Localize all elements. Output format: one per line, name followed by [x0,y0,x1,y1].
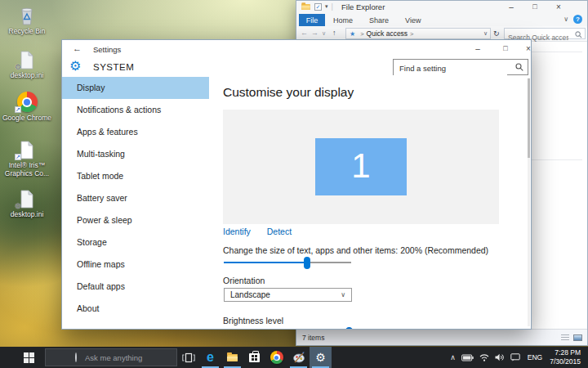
quick-access-icon: ★ [350,30,355,38]
taskbar-file-explorer-button[interactable] [221,347,243,368]
breadcrumb-root[interactable]: Quick access [367,29,408,38]
settings-main: Customise your display 1 Identify Detect… [223,40,504,330]
slider-thumb[interactable] [304,257,310,269]
minimize-button[interactable]: – [502,2,520,11]
desktop-icon-label: desktop.ini [2,210,52,218]
taskbar-store-button[interactable] [243,347,265,368]
breadcrumb-separator: > [360,30,363,38]
monitor-preview[interactable]: 1 [315,138,407,195]
desktop-icon-google-chrome[interactable]: ↗ Google Chrome [2,90,52,122]
gear-icon: ⚙ [15,202,21,210]
sidebar-item-storage[interactable]: Storage [62,231,209,254]
settings-window: ← Settings – □ × ⚙ SYSTEM Display Notifi… [61,39,532,330]
back-icon[interactable]: ← [73,43,82,53]
cortana-search[interactable] [45,348,177,366]
section-heading: Customise your display [223,85,354,100]
task-view-icon [182,352,195,363]
help-icon[interactable]: ? [573,15,582,24]
shortcut-arrow-icon: ↗ [15,154,21,160]
tab-view[interactable]: View [397,16,429,25]
maximize-button[interactable]: □ [526,2,544,11]
tray-expand-icon[interactable]: ∧ [450,353,456,361]
up-icon[interactable]: ↑ [332,29,336,37]
sidebar-item-multi-tasking[interactable]: Multi-tasking [62,143,209,165]
tab-file[interactable]: File [299,14,325,26]
ini-file-icon: ⚙ [2,186,52,209]
recent-locations-icon[interactable]: ∨ [322,30,326,37]
taskbar-paint-button[interactable] [287,347,310,368]
sidebar-item-power-sleep[interactable]: Power & sleep [62,209,209,231]
scaling-label: Change the size of text, apps and other … [223,245,501,255]
sidebar-item-about[interactable]: About [62,298,209,320]
scrollbar-thumb[interactable] [528,79,530,158]
scaling-slider[interactable] [224,257,351,269]
desktop-icon-desktop-ini-2[interactable]: ⚙ desktop.ini [2,186,52,218]
ribbon-right-controls: ∨ ? [564,15,582,24]
sidebar-item-display[interactable]: Display [62,77,209,99]
scrollbar[interactable] [528,78,530,326]
refresh-icon[interactable]: ↻ [493,29,500,38]
cortana-search-input[interactable] [77,353,193,362]
identify-link[interactable]: Identify [223,227,251,236]
orientation-select[interactable]: Landscape ∨ [224,288,352,302]
desktop-icon-label: desktop.ini [2,71,52,79]
action-center-icon[interactable] [510,353,520,361]
forward-icon[interactable]: → [311,29,318,37]
clock[interactable]: 7:28 PM 7/30/2015 [550,348,583,366]
address-dropdown-icon[interactable]: ∨ [483,30,488,37]
language-indicator[interactable]: ENG [526,353,544,361]
window-title: File Explorer [341,2,385,11]
tab-home[interactable]: Home [325,16,361,25]
item-count: 7 items [302,334,324,342]
folder-icon[interactable] [301,3,310,9]
settings-sidebar: Display Notifications & actions Apps & f… [62,77,209,320]
display-links: Identify Detect [223,227,292,236]
battery-icon[interactable] [461,354,474,361]
ribbon-tabs: File Home Share View [296,14,587,26]
taskbar-edge-button[interactable]: e [199,347,221,368]
desktop-icon-recycle-bin[interactable]: Recycle Bin [2,3,52,35]
network-icon[interactable] [479,353,489,361]
date: 7/30/2015 [550,357,581,366]
orientation-label: Orientation [223,276,265,285]
sidebar-item-apps-features[interactable]: Apps & features [62,121,209,143]
brightness-slider-thumb[interactable] [345,327,353,330]
desktop-screen: Recycle Bin ⚙ desktop.ini ↗ Google Chrom… [0,0,588,368]
back-icon[interactable]: ← [301,29,308,37]
thumbnail-view-icon[interactable] [573,334,582,341]
volume-icon[interactable] [495,353,505,361]
file-explorer-titlebar[interactable]: ✓ ▾ | File Explorer – □ × [296,1,587,14]
group-separator [532,159,582,160]
detect-link[interactable]: Detect [267,227,292,236]
sidebar-item-tablet-mode[interactable]: Tablet mode [62,165,209,187]
close-button[interactable]: × [550,2,568,11]
edge-icon: e [207,351,214,364]
window-title: Settings [93,45,121,54]
desktop-icon-intel-graphics[interactable]: ↗ Intel® Iris™ Graphics Co... [2,137,52,177]
windows-logo-icon [24,352,34,363]
quick-access-toolbar: ✓ ▾ | [301,2,333,11]
sidebar-item-battery-saver[interactable]: Battery saver [62,187,209,209]
taskbar-chrome-button[interactable] [265,347,287,368]
breadcrumb[interactable]: ★ > Quick access > ∨ [345,28,491,39]
explorer-search[interactable] [504,28,586,39]
desktop-icon-label: Recycle Bin [2,27,52,35]
start-button[interactable] [0,347,42,368]
sidebar-item-default-apps[interactable]: Default apps [62,276,209,298]
sidebar-item-offline-maps[interactable]: Offline maps [62,254,209,276]
file-explorer-icon [227,354,238,361]
task-view-button[interactable] [177,347,199,368]
properties-icon[interactable]: ✓ [314,3,322,11]
shortcut-arrow-icon: ↗ [15,106,21,113]
tab-share[interactable]: Share [361,16,397,25]
desktop-icon-label: Intel® Iris™ Graphics Co... [2,161,52,177]
ribbon-collapse-icon[interactable]: ∨ [564,16,568,23]
details-view-icon[interactable] [561,334,569,341]
sidebar-item-notifications[interactable]: Notifications & actions [62,99,209,121]
taskbar-settings-button[interactable]: ⚙ [310,347,332,368]
taskbar: e ⚙ ∧ [0,347,588,368]
qat-dropdown-icon[interactable]: ▾ [325,3,328,10]
close-button[interactable]: × [519,44,532,53]
system-gear-icon: ⚙ [69,58,81,74]
desktop-icon-desktop-ini-1[interactable]: ⚙ desktop.ini [2,47,52,79]
